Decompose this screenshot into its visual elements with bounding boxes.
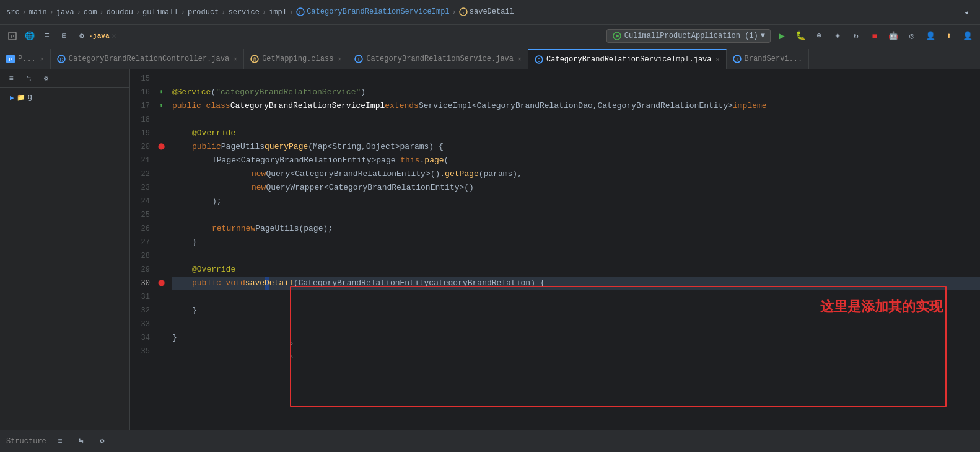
gutter-22 [155, 167, 167, 181]
structure-list-icon[interactable]: ≡ [53, 434, 68, 449]
code-line-18 [172, 113, 980, 126]
tab-project-close[interactable]: ✕ [40, 55, 44, 63]
breadcrumb-method[interactable]: m saveDetail [459, 7, 514, 16]
tab-brandservice-label: BrandServi... [745, 55, 803, 63]
structure-sort-icon[interactable]: ≒ [74, 434, 89, 449]
split-icon[interactable]: ⊟ [57, 29, 72, 43]
code-container: 15 16 17 18 19 20 21 22 23 24 25 26 27 2… [130, 69, 980, 430]
line-numbers: 15 16 17 18 19 20 21 22 23 24 25 26 27 2… [130, 69, 155, 430]
ln-23: 23 [130, 181, 150, 195]
ln-18: 18 [130, 113, 150, 126]
folder-icon: 📁 [17, 94, 25, 102]
breadcrumb-service[interactable]: service [229, 8, 260, 17]
breadcrumb-src[interactable]: src [6, 8, 20, 17]
tab-project[interactable]: P P... ✕ [0, 49, 51, 69]
breadcrumb-gulimall[interactable]: gulimall [142, 8, 178, 17]
tab-serviceimpl[interactable]: C CategoryBrandRelationServiceImpl.java … [528, 49, 726, 69]
update-icon[interactable]: ⬆ [942, 29, 956, 43]
breadcrumb-impl[interactable]: impl [269, 8, 287, 17]
run-config[interactable]: GulimallProductApplication (1) ▼ [606, 29, 771, 43]
code-line-32: } [172, 304, 980, 317]
java-icon[interactable]: ·java [92, 29, 107, 43]
svg-text:I: I [357, 57, 361, 63]
code-line-26: return new PageUtils(page); [172, 222, 980, 236]
stop-button[interactable]: ◼ [867, 29, 882, 43]
gutter: ⬆ ⬆ ⬤ [155, 69, 167, 430]
code-line-24: ); [172, 195, 980, 208]
ln-19: 19 [130, 126, 150, 140]
code-line-29: @Override [172, 263, 980, 277]
code-line-22: new Query<CategoryBrandRelationEntity>()… [172, 167, 980, 181]
svg-text:@: @ [253, 57, 256, 63]
gutter-17: ⬆ [155, 99, 167, 113]
run-config-dropdown[interactable]: ▼ [761, 32, 765, 40]
code-line-20: public PageUtils queryPage(Map<String, O… [172, 140, 980, 154]
refresh-icon[interactable]: ↻ [849, 29, 864, 43]
code-line-23: new QueryWrapper<CategoryBrandRelationEn… [172, 181, 980, 195]
globe-icon[interactable]: 🌐 [22, 29, 37, 43]
gutter-16: ⬆ [155, 86, 167, 99]
breadcrumb-bar: src › main › java › com › doudou › gulim… [0, 0, 980, 25]
gutter-19 [155, 126, 167, 140]
debug-button[interactable]: 🐛 [793, 29, 808, 43]
project-icon[interactable]: P [5, 29, 20, 43]
run-config-label: GulimallProductApplication (1) [624, 32, 758, 40]
tree-item-g[interactable]: ▶ 📁 g [0, 91, 129, 104]
coverage-button[interactable]: ⊕ [812, 29, 826, 43]
ln-27: 27 [130, 236, 150, 249]
gutter-15 [155, 72, 167, 86]
gutter-34 [155, 331, 167, 345]
code-line-33 [172, 317, 980, 331]
tab-serviceimpl-close[interactable]: ✕ [716, 56, 720, 63]
svg-text:C: C [59, 57, 63, 63]
ln-30: 30 [130, 277, 150, 290]
tab-controller[interactable]: C CategoryBrandRelationController.java ✕ [51, 49, 244, 69]
ln-17: 17 [130, 99, 150, 113]
run-button[interactable]: ▶ [774, 29, 789, 43]
breadcrumb-product[interactable]: product [188, 8, 219, 17]
ln-28: 28 [130, 249, 150, 263]
structure-label: Structure [6, 437, 46, 446]
tab-getmapping-close[interactable]: ✕ [338, 55, 341, 63]
structure-settings-icon[interactable]: ⚙ [95, 434, 110, 449]
tab-service[interactable]: I CategoryBrandRelationService.java ✕ [348, 49, 528, 69]
ln-35: 35 [130, 345, 150, 358]
list-icon[interactable]: ≡ [40, 29, 55, 43]
gutter-28 [155, 249, 167, 263]
breadcrumb-doudou[interactable]: doudou [107, 8, 133, 17]
person-icon[interactable]: 👤 [923, 29, 938, 43]
breadcrumb-main[interactable]: main [29, 8, 47, 17]
settings-icon[interactable]: ⚙ [74, 29, 89, 43]
breadcrumb-com[interactable]: com [84, 8, 97, 17]
gutter-24 [155, 195, 167, 208]
tab-service-close[interactable]: ✕ [518, 55, 522, 63]
tree-item-g-label: g [28, 93, 32, 102]
user-avatar[interactable]: 👤 [960, 29, 975, 43]
tab-getmapping[interactable]: @ GetMapping.class ✕ [244, 49, 348, 69]
ln-25: 25 [130, 208, 150, 222]
gutter-30: ⬤ [155, 277, 167, 290]
network-icon[interactable]: ◎ [904, 29, 919, 43]
android-icon[interactable]: 🤖 [886, 29, 901, 43]
code-content[interactable]: @Service("categoryBrandRelationService")… [167, 69, 980, 430]
sidebar-toolbar: ≡ ≒ ⚙ [0, 69, 129, 88]
tab-project-label: P... [18, 55, 36, 63]
svg-marker-7 [616, 34, 619, 38]
fold-arrow-34[interactable]: › [290, 340, 294, 347]
code-line-17: public class CategoryBrandRelationServic… [172, 99, 980, 113]
sidebar-list-icon[interactable]: ≡ [4, 71, 19, 86]
breadcrumb-java[interactable]: java [56, 8, 74, 17]
tab-controller-close[interactable]: ✕ [234, 55, 237, 63]
ln-33: 33 [130, 317, 150, 331]
fold-arrow-35[interactable]: › [290, 353, 294, 361]
gutter-18 [155, 113, 167, 126]
code-line-19: @Override [172, 126, 980, 140]
sidebar-sort-icon[interactable]: ≒ [21, 71, 36, 86]
breadcrumb-class[interactable]: C CategoryBrandRelationServiceImpl [296, 7, 449, 16]
profile-button[interactable]: ◈ [830, 29, 845, 43]
sidebar-tree: ▶ 📁 g [0, 88, 129, 430]
sidebar-settings-icon[interactable]: ⚙ [38, 71, 53, 86]
back-icon[interactable]: ◂ [959, 5, 974, 20]
sidebar: ≡ ≒ ⚙ ▶ 📁 g [0, 69, 130, 430]
tab-brandservice[interactable]: I BrandServi... [727, 49, 810, 69]
